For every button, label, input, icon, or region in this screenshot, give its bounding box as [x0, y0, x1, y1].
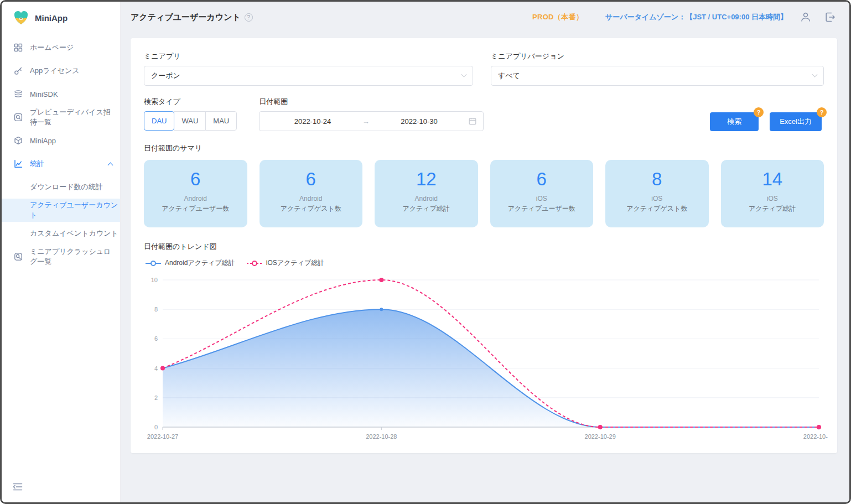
data-point[interactable]: [598, 425, 603, 429]
x-tick-label: 2022-10-30: [803, 433, 828, 440]
data-point[interactable]: [817, 425, 821, 429]
summary-cards-row: 6 Android アクティブユーザー数 6 Android アクティブゲスト数…: [144, 160, 824, 227]
layers-icon: [14, 90, 23, 99]
search-type-wau-button[interactable]: WAU: [174, 111, 206, 131]
chevron-down-icon: [812, 71, 818, 77]
filter-actions: 検索 ? Excel出力 ?: [710, 97, 824, 131]
logout-icon[interactable]: [824, 11, 836, 23]
miniapp-select[interactable]: クーポン: [144, 66, 473, 86]
summary-card-platform: Android: [375, 195, 478, 202]
data-point[interactable]: [379, 278, 383, 282]
key-icon: [14, 66, 23, 76]
sidebar-item-miniapp[interactable]: MiniApp: [2, 129, 120, 152]
summary-card-metric: アクティブゲスト数: [605, 204, 709, 214]
content-card: ミニアプリ クーポン ミニアプリバージョン すべて 検索: [131, 38, 837, 453]
search-type-dau-button[interactable]: DAU: [144, 111, 174, 131]
data-point[interactable]: [380, 308, 383, 311]
summary-card-metric: アクティブユーザー数: [490, 204, 594, 214]
sidebar-item-label: MiniSDK: [30, 90, 58, 98]
y-tick-label: 6: [154, 335, 158, 342]
y-tick-label: 0: [154, 424, 158, 430]
crash-log-icon: [14, 252, 23, 262]
topbar: アクティブユーザーカウント ? PROD（本番） サーバータイムゾーン：【JST…: [121, 2, 849, 33]
summary-card-platform: iOS: [721, 195, 824, 202]
data-point[interactable]: [160, 366, 165, 371]
date-end-value[interactable]: 2022-10-30: [373, 117, 466, 126]
page-title: アクティブユーザーカウント: [131, 12, 241, 23]
summary-card: 6 Android アクティブゲスト数: [260, 160, 363, 227]
sidebar: MiniApp ホームページ Appライセンス: [2, 2, 121, 502]
summary-card-platform: Android: [144, 195, 247, 202]
sidebar-subitem-active-user-count[interactable]: アクティブユーザーカウント: [2, 199, 120, 222]
x-tick-label: 2022-10-29: [585, 433, 616, 440]
title-help-icon[interactable]: ?: [245, 13, 253, 22]
sidebar-subitem-custom-event-count[interactable]: カスタムイベントカウント: [2, 222, 120, 245]
sidebar-subitem-download-stats[interactable]: ダウンロード数の統計: [2, 175, 120, 199]
x-tick-label: 2022-10-27: [147, 433, 178, 440]
app-logo-row[interactable]: MiniApp: [2, 2, 120, 33]
search-button[interactable]: 検索 ?: [710, 112, 759, 131]
app-logo-icon: [13, 9, 29, 26]
sidebar-item-statistics[interactable]: 統計: [2, 152, 120, 175]
summary-card: 14 iOS アクティブ総計: [721, 160, 824, 227]
date-range-picker[interactable]: 2022-10-24 → 2022-10-30: [259, 111, 484, 131]
x-tick-label: 2022-10-28: [366, 433, 397, 440]
chevron-down-icon: [461, 71, 467, 77]
search-help-badge[interactable]: ?: [754, 107, 764, 117]
search-type-segmented: DAU WAU MAU: [144, 111, 237, 131]
sidebar-item-label: MiniApp: [30, 137, 56, 145]
summary-card-value: 12: [375, 169, 478, 190]
summary-card-platform: iOS: [490, 195, 594, 202]
y-tick-label: 2: [154, 394, 158, 401]
summary-card-value: 6: [490, 169, 594, 190]
trend-section-title: 日付範囲のトレンド図: [144, 242, 824, 252]
legend-item-ios[interactable]: iOSアクティブ総計: [246, 258, 324, 268]
sidebar-item-label: Appライセンス: [30, 66, 80, 76]
y-tick-label: 10: [151, 277, 158, 283]
excel-export-button[interactable]: Excel出力 ?: [770, 112, 822, 131]
summary-card-value: 8: [605, 169, 709, 190]
legend-marker-ios: [246, 260, 263, 267]
sidebar-item-app-license[interactable]: Appライセンス: [2, 59, 120, 82]
trend-chart[interactable]: 02468102022-10-272022-10-282022-10-29202…: [144, 272, 824, 447]
search-type-mau-button[interactable]: MAU: [205, 111, 237, 131]
summary-card-metric: アクティブゲスト数: [260, 204, 363, 214]
filter-row-2: 検索タイプ DAU WAU MAU 日付範囲 2022-10-24 → 2022…: [144, 97, 824, 131]
sidebar-item-label: 統計: [30, 159, 44, 169]
summary-card: 12 Android アクティブ総計: [375, 160, 478, 227]
summary-card-platform: iOS: [605, 195, 709, 202]
search-button-label: 検索: [727, 117, 741, 126]
search-type-label: 検索タイプ: [144, 97, 237, 107]
calendar-icon: [469, 117, 476, 125]
sidebar-subitem-label: カスタムイベントカウント: [30, 228, 118, 238]
user-icon[interactable]: [800, 11, 812, 23]
summary-section-title: 日付範囲のサマリ: [144, 143, 824, 153]
date-arrow-icon: →: [359, 117, 373, 126]
sidebar-item-label: ミニアプリクラッシュログ一覧: [30, 247, 112, 267]
excel-help-badge[interactable]: ?: [817, 107, 827, 117]
search-square-icon: [14, 113, 23, 122]
sidebar-item-label: ホームページ: [30, 43, 74, 53]
summary-card-value: 6: [260, 169, 363, 190]
topbar-right: PROD（本番） サーバータイムゾーン：【JST / UTC+09:00 日本時…: [532, 11, 836, 23]
date-start-value[interactable]: 2022-10-24: [266, 117, 359, 126]
summary-card-metric: アクティブユーザー数: [144, 204, 247, 214]
grid-icon: [14, 43, 23, 53]
summary-card-metric: アクティブ総計: [721, 204, 824, 214]
sidebar-collapse-button[interactable]: [13, 482, 23, 493]
chevron-up-icon: [108, 162, 113, 168]
version-select[interactable]: すべて: [491, 66, 824, 86]
sidebar-item-crash-log-list[interactable]: ミニアプリクラッシュログ一覧: [2, 245, 120, 268]
miniapp-select-label: ミニアプリ: [144, 51, 473, 61]
version-select-value: すべて: [498, 71, 520, 81]
environment-badge: PROD（本番）: [532, 12, 583, 22]
chart-legend: Androidアクティブ総計 iOSアクティブ総計: [144, 258, 824, 268]
sidebar-item-minisdk[interactable]: MiniSDK: [2, 82, 120, 106]
legend-item-android[interactable]: Androidアクティブ総計: [145, 258, 235, 268]
sidebar-item-preview-device-list[interactable]: プレビューディバイス招待一覧: [2, 106, 120, 129]
date-range-label: 日付範囲: [259, 97, 484, 107]
summary-card-platform: Android: [260, 195, 363, 202]
y-tick-label: 4: [154, 365, 158, 372]
sidebar-item-homepage[interactable]: ホームページ: [2, 36, 120, 59]
summary-card-value: 6: [144, 169, 247, 190]
